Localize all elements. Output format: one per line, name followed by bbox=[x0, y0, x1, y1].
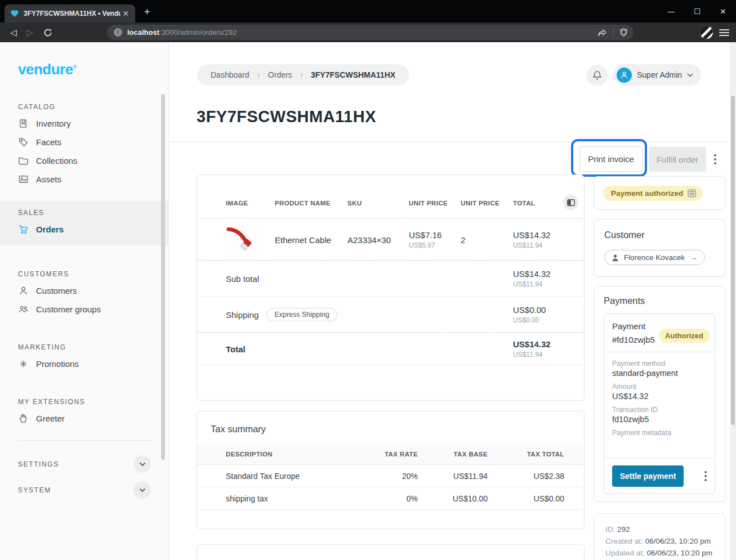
customer-link[interactable]: Florence Kovacek → bbox=[604, 250, 705, 265]
history-list-icon[interactable] bbox=[688, 189, 696, 198]
chevron-right-icon: › bbox=[257, 70, 260, 80]
order-line-row: Ethernet Cable A23334×30 US$7.16 US$5.97… bbox=[197, 219, 584, 261]
brave-shield-icon[interactable] bbox=[619, 28, 628, 37]
tax-total: US$2.38 bbox=[488, 472, 564, 481]
url-host: localhost bbox=[127, 28, 159, 37]
sidebar-item-inventory[interactable]: Inventory bbox=[18, 114, 168, 133]
col-header-unit-price-2: UNIT PRICE bbox=[461, 200, 499, 207]
payments-card: Payments Payment #fd10zwjb5 Authorized P… bbox=[594, 286, 725, 502]
payment-status-badge: Authorized bbox=[659, 329, 710, 343]
payment-more-actions-icon[interactable] bbox=[704, 471, 707, 481]
image-icon bbox=[18, 174, 29, 185]
url-path: :3000/admin/orders/292 bbox=[159, 28, 237, 37]
reload-button[interactable] bbox=[43, 28, 52, 37]
tag-icon bbox=[18, 137, 29, 147]
more-actions-icon[interactable] bbox=[714, 154, 716, 164]
updated-at-row: Updated at: 06/06/23, 10:20 pm bbox=[605, 547, 725, 559]
browser-titlebar: 3FY7FSCWSHMA11HX • Vendure ✕ + — ☐ ✕ bbox=[0, 0, 736, 23]
url-bar[interactable]: ! localhost :3000/admin/orders/292 bbox=[107, 25, 634, 40]
sidebar-section-system[interactable]: SYSTEM bbox=[18, 481, 151, 499]
arrow-right-icon: → bbox=[690, 253, 698, 262]
sub-total-label: Sub total bbox=[226, 274, 259, 284]
breadcrumb-orders[interactable]: Orders bbox=[268, 70, 292, 79]
browser-menu-icon[interactable] bbox=[719, 28, 729, 38]
payment-method-value: standard-payment bbox=[612, 369, 707, 378]
browser-tab[interactable]: 3FY7FSCWSHMA11HX • Vendure ✕ bbox=[5, 5, 135, 23]
order-lines-card: IMAGE PRODUCT NAME SKU UNIT PRICE UNIT P… bbox=[197, 174, 585, 401]
sidebar-scrollbar[interactable] bbox=[161, 94, 165, 460]
entity-id-row: ID: 292 bbox=[605, 523, 725, 535]
transaction-id-label: Transaction ID bbox=[612, 406, 707, 414]
new-tab-button[interactable]: + bbox=[144, 7, 150, 17]
breadcrumb-dashboard[interactable]: Dashboard bbox=[211, 70, 249, 79]
window-minimize-button[interactable]: — bbox=[658, 0, 684, 23]
sidebar-section-settings[interactable]: SETTINGS bbox=[18, 455, 151, 473]
pencil-edit-icon[interactable] bbox=[699, 25, 713, 39]
total-value: US$14.32 bbox=[513, 339, 551, 349]
payment-method-label: Payment method bbox=[612, 360, 707, 368]
shipping-ex-tax: US$0.00 bbox=[513, 316, 546, 324]
share-icon[interactable] bbox=[597, 28, 608, 37]
tab-title: 3FY7FSCWSHMA11HX • Vendure bbox=[24, 10, 121, 17]
chevron-down-icon bbox=[687, 73, 693, 77]
chevron-down-icon[interactable] bbox=[133, 481, 151, 499]
tax-total: US$0.00 bbox=[488, 494, 564, 503]
sidebar-item-label: Customers bbox=[36, 286, 77, 295]
sidebar: vendure® CATALOG Inventory Facets Collec… bbox=[0, 42, 169, 560]
table-row: shipping tax 0% US$10.00 US$0.00 bbox=[197, 487, 584, 510]
shipping-label: Shipping bbox=[226, 310, 258, 320]
tax-base: US$10.00 bbox=[418, 494, 488, 503]
section-label-settings: SETTINGS bbox=[18, 460, 59, 468]
scrollbar-thumb[interactable] bbox=[731, 96, 735, 425]
line-total: US$14.32 bbox=[513, 230, 551, 240]
section-label-marketing: MARKETING bbox=[18, 343, 168, 351]
tab-close-icon[interactable]: ✕ bbox=[121, 9, 131, 18]
window-close-button[interactable]: ✕ bbox=[710, 0, 736, 23]
product-sku: A23334×30 bbox=[347, 235, 391, 245]
browser-navbar: ◁ ▷ ! localhost :3000/admin/orders/292 bbox=[0, 23, 736, 42]
shipping-method-badge[interactable]: Express Shipping bbox=[266, 308, 337, 321]
vendure-favicon-heart-icon bbox=[10, 9, 19, 18]
person-icon bbox=[621, 71, 628, 79]
product-image-ethernet-cable[interactable] bbox=[226, 225, 257, 254]
user-menu[interactable]: Super Admin bbox=[613, 64, 701, 86]
next-section-card bbox=[197, 544, 585, 560]
order-state-badge: Payment authorized bbox=[603, 186, 703, 201]
chevron-down-icon[interactable] bbox=[133, 455, 151, 473]
sidebar-item-facets[interactable]: Facets bbox=[18, 133, 168, 151]
sidebar-item-label: Greeter bbox=[36, 414, 65, 423]
sidebar-item-assets[interactable]: Assets bbox=[18, 170, 168, 189]
entity-id: 292 bbox=[617, 525, 630, 534]
sidebar-item-customer-groups[interactable]: Customer groups bbox=[18, 300, 168, 319]
avatar bbox=[617, 68, 632, 83]
sidebar-item-promotions[interactable]: Promotions bbox=[18, 355, 168, 373]
settle-payment-button[interactable]: Settle payment bbox=[612, 465, 684, 487]
sidebar-item-label: Orders bbox=[36, 225, 64, 234]
sidebar-item-greeter[interactable]: Greeter bbox=[18, 409, 168, 428]
shipping-row: Shipping Express Shipping US$0.00 US$0.0… bbox=[197, 297, 584, 333]
page-scrollbar[interactable] bbox=[730, 42, 736, 560]
notifications-button[interactable] bbox=[587, 65, 608, 86]
vendure-logo[interactable]: vendure® bbox=[18, 61, 168, 78]
unit-price-ex-tax: US$5.97 bbox=[409, 241, 441, 249]
hand-icon bbox=[18, 413, 29, 424]
section-label-extensions: MY EXTENSIONS bbox=[18, 398, 168, 406]
fulfill-order-button[interactable]: Fulfill order bbox=[649, 147, 706, 172]
col-header-tax-rate: TAX RATE bbox=[356, 451, 418, 458]
section-label-customers: CUSTOMERS bbox=[18, 270, 168, 278]
col-header-tax-total: TAX TOTAL bbox=[488, 451, 564, 458]
customer-card: Customer Florence Kovacek → bbox=[594, 219, 725, 277]
site-info-icon[interactable]: ! bbox=[114, 28, 122, 37]
main-content: Dashboard › Orders › 3FY7FSCWSHMA11HX Su… bbox=[169, 42, 730, 560]
sidebar-item-customers[interactable]: Customers bbox=[18, 281, 168, 300]
created-at-row: Created at: 06/06/23, 10:20 pm bbox=[605, 535, 725, 547]
people-icon bbox=[18, 304, 29, 315]
payment-metadata-label: Payment metadata bbox=[612, 429, 707, 437]
window-maximize-button[interactable]: ☐ bbox=[684, 0, 710, 23]
back-button[interactable]: ◁ bbox=[10, 28, 17, 38]
sidebar-item-orders[interactable]: Orders bbox=[18, 220, 168, 239]
column-settings-button[interactable] bbox=[563, 195, 578, 210]
person-icon bbox=[18, 285, 29, 296]
forward-button[interactable]: ▷ bbox=[27, 28, 34, 38]
sidebar-item-collections[interactable]: Collections bbox=[18, 151, 168, 170]
